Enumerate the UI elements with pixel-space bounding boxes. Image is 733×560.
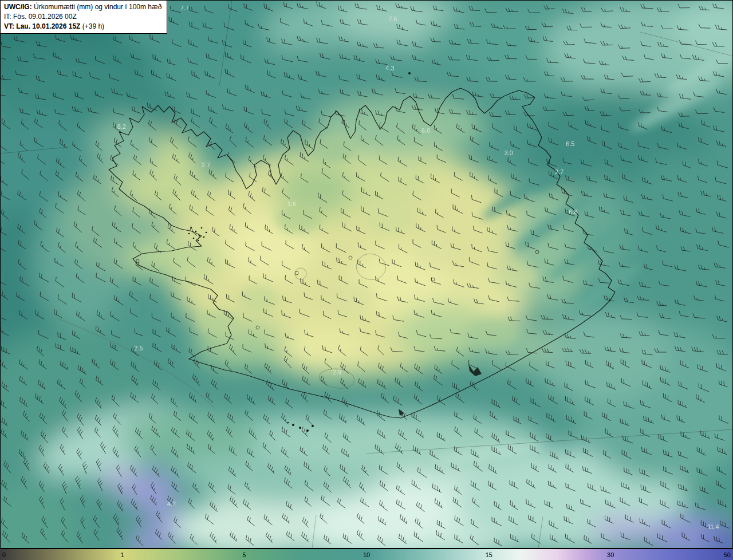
model-name: UWC/IG: xyxy=(4,3,32,11)
map-title: Úrkomumætti (mm) og vindur í 100m hæð xyxy=(32,3,162,11)
valid-offset: (+39 h) xyxy=(80,22,104,30)
info-box: UWC/IG: Úrkomumætti (mm) og vindur í 100… xyxy=(0,0,167,34)
colorbar-tick: 0 xyxy=(2,551,6,558)
weather-map-canvas xyxy=(0,0,733,549)
colorbar-tick: 15 xyxy=(486,551,492,558)
init-time-line: IT: Fös. 09.01.2026 00Z xyxy=(4,12,161,22)
colorbar-tick: 50 xyxy=(724,551,731,558)
map-title-line: UWC/IG: Úrkomumætti (mm) og vindur í 100… xyxy=(4,2,161,12)
colorbar-legend: 01510153050 xyxy=(0,549,733,560)
valid-time-line: VT: Lau. 10.01.2026 15Z (+39 h) xyxy=(4,22,161,31)
colorbar-tick: 10 xyxy=(363,551,370,558)
weather-map-page: 7.77.54.38.26.06.53.02.72.71.66.82.52.94… xyxy=(0,0,733,560)
colorbar-tick: 30 xyxy=(607,551,614,558)
colorbar-tick: 1 xyxy=(121,551,124,558)
valid-time: VT: Lau. 10.01.2026 15Z xyxy=(4,22,80,30)
colorbar-tick: 5 xyxy=(242,551,246,558)
